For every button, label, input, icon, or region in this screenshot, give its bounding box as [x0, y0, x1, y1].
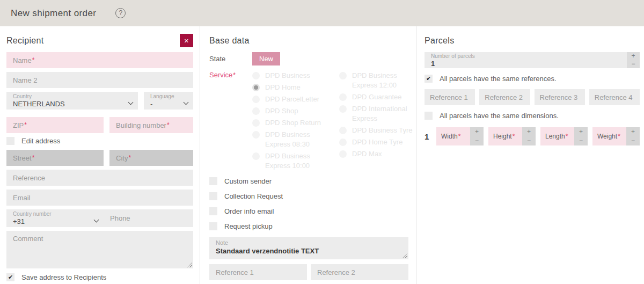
service-option[interactable]: DPD Max — [339, 149, 414, 159]
edit-address-label: Edit address — [21, 137, 60, 145]
number-of-parcels-label: Number of parcels — [431, 53, 475, 60]
email-placeholder: Email — [13, 194, 31, 202]
required-asterisk: * — [24, 121, 27, 129]
radio-icon — [252, 72, 260, 79]
radio-icon — [339, 139, 347, 146]
zip-field[interactable]: ZIP* — [6, 117, 104, 133]
reference1-field[interactable]: Reference 1 — [209, 264, 307, 280]
decrement-button[interactable]: − — [470, 136, 484, 145]
service-option[interactable]: DPD Shop Return — [252, 118, 333, 128]
reference-field[interactable]: Reference — [6, 170, 193, 186]
radio-icon — [339, 150, 347, 158]
collection-request-checkbox[interactable]: ✔ Collection Request — [209, 192, 408, 200]
name-field[interactable]: Name* — [6, 52, 193, 68]
parcel-reference3-field[interactable]: Reference 3 — [535, 89, 585, 105]
country-number-select[interactable]: Country number +31 — [6, 209, 104, 227]
edit-address-checkbox[interactable]: ✔ Edit address — [6, 137, 193, 145]
height-stepper[interactable]: Height* + − — [488, 127, 536, 145]
name2-field[interactable]: Name 2 — [6, 72, 193, 88]
reference2-field[interactable]: Reference 2 — [311, 264, 408, 280]
building-number-field[interactable]: Building number* — [109, 117, 193, 133]
state-label: State — [209, 52, 252, 65]
phone-placeholder: Phone — [110, 214, 130, 222]
checkbox-box: ✔ — [425, 75, 433, 83]
increment-button[interactable]: + — [470, 127, 484, 136]
recipient-panel: Recipient × Name* Name 2 Country NETHERL… — [0, 26, 200, 284]
service-option[interactable]: DPD Guarantee — [339, 92, 414, 102]
service-option[interactable]: DPD Shop — [252, 106, 333, 116]
language-value: - — [150, 100, 174, 108]
number-of-parcels-value: 1 — [431, 60, 475, 68]
same-dimensions-checkbox[interactable]: ✔ All parcels have the same dimensions. — [425, 112, 640, 120]
country-value: NETHERLANDS — [13, 100, 65, 108]
checkbox-box: ✔ — [425, 112, 433, 120]
increment-button[interactable]: + — [522, 127, 536, 136]
height-field[interactable]: Height* — [488, 127, 522, 145]
weight-stepper[interactable]: Weight* + − — [592, 127, 640, 145]
service-option[interactable]: DPD International Express — [339, 104, 414, 123]
save-address-checkbox[interactable]: ✔ Save address to Recipients — [6, 273, 193, 281]
increment-button[interactable]: + — [574, 127, 588, 136]
required-asterisk: * — [167, 121, 170, 129]
decrement-button[interactable]: − — [626, 136, 640, 145]
reference-placeholder: Reference — [13, 174, 45, 182]
parcels-panel: Parcels Number of parcels 1 + − ✔ All pa… — [416, 26, 644, 284]
service-option[interactable]: DPD Business — [252, 71, 333, 81]
service-option[interactable]: DPD Home Tyre — [339, 137, 414, 147]
width-field[interactable]: Width* — [436, 127, 470, 145]
comment-placeholder: Comment — [13, 235, 43, 243]
country-select[interactable]: Country NETHERLANDS — [6, 92, 138, 110]
chevron-down-icon — [94, 217, 99, 222]
service-option[interactable]: DPD Business Express 08:30 — [252, 130, 333, 149]
radio-icon — [339, 72, 347, 79]
email-field[interactable]: Email — [6, 190, 193, 206]
service-option-selected[interactable]: DPD Home — [252, 83, 333, 92]
save-address-label: Save address to Recipients — [21, 273, 106, 281]
parcel-reference1-field[interactable]: Reference 1 — [425, 89, 475, 105]
weight-field[interactable]: Weight* — [592, 127, 626, 145]
required-asterisk: * — [128, 154, 131, 162]
note-value: Standaard verzendnotitie TEXT — [216, 246, 402, 256]
width-stepper[interactable]: Width* + − — [436, 127, 484, 145]
close-icon: × — [184, 36, 189, 45]
parcels-title: Parcels — [425, 36, 454, 46]
parcel-reference4-field[interactable]: Reference 4 — [589, 89, 640, 105]
radio-icon — [339, 93, 347, 101]
phone-field[interactable]: Phone — [104, 209, 193, 227]
decrement-button[interactable]: − — [627, 60, 640, 68]
comment-textarea[interactable]: Comment — [6, 231, 193, 268]
order-info-email-checkbox[interactable]: ✔ Order info email — [209, 207, 408, 215]
language-select[interactable]: Language - — [144, 92, 193, 110]
city-field[interactable]: City* — [109, 150, 193, 166]
request-pickup-checkbox[interactable]: ✔ Request pickup — [209, 222, 408, 230]
increment-button[interactable]: + — [626, 127, 640, 136]
custom-sender-checkbox[interactable]: ✔ Custom sender — [209, 177, 408, 185]
service-option[interactable]: DPD ParcelLetter — [252, 94, 333, 104]
length-field[interactable]: Length* — [540, 127, 574, 145]
decrement-button[interactable]: − — [522, 136, 536, 145]
radio-icon — [339, 105, 347, 113]
check-icon: ✔ — [8, 274, 13, 280]
service-option[interactable]: DPD Business Express 12:00 — [339, 71, 414, 90]
recipient-title: Recipient — [6, 36, 43, 46]
service-option[interactable]: DPD Business Tyre — [339, 126, 414, 135]
required-asterisk: * — [566, 133, 568, 140]
parcel-reference2-field[interactable]: Reference 2 — [479, 89, 530, 105]
decrement-button[interactable]: − — [574, 136, 588, 145]
same-dimensions-label: All parcels have the same dimensions. — [440, 112, 559, 120]
help-icon[interactable]: ? — [115, 8, 126, 18]
number-of-parcels-stepper[interactable]: Number of parcels 1 + − — [425, 52, 640, 68]
same-references-checkbox[interactable]: ✔ All parcels have the same references. — [425, 75, 640, 83]
required-asterisk: * — [458, 133, 461, 140]
increment-button[interactable]: + — [627, 52, 640, 60]
app-header: New shipment order ? — [0, 0, 644, 26]
country-number-label: Country number — [13, 211, 52, 217]
street-field[interactable]: Street* — [6, 150, 104, 166]
note-textarea[interactable]: Note Standaard verzendnotitie TEXT — [209, 237, 408, 259]
length-stepper[interactable]: Length* + − — [540, 127, 588, 145]
close-button[interactable]: × — [180, 34, 193, 47]
chevron-down-icon — [128, 99, 134, 105]
building-number-label: Building number — [116, 121, 166, 129]
radio-icon — [252, 152, 260, 160]
service-option[interactable]: DPD Business Express 10:00 — [252, 151, 333, 171]
